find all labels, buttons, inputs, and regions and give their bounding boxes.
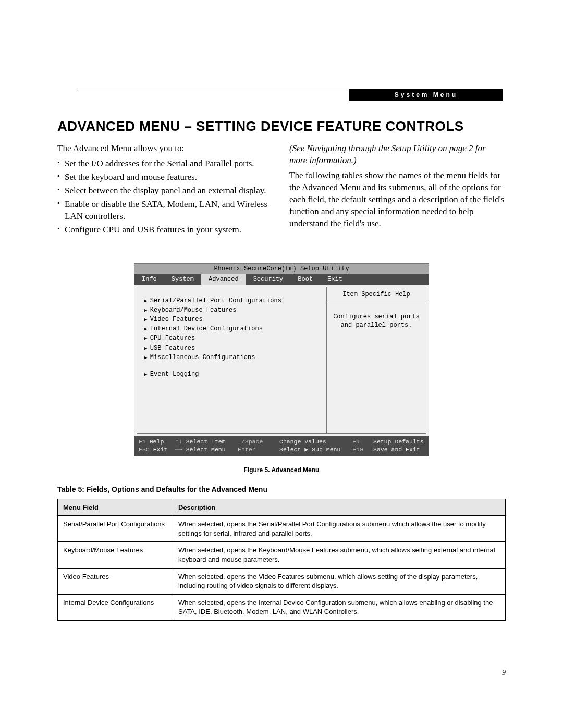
cell-field: Serial/Parallel Port Configurations bbox=[58, 516, 173, 542]
cell-field: Internal Device Configurations bbox=[58, 594, 173, 620]
bios-key-label: Select Item bbox=[186, 438, 226, 445]
cell-desc: When selected, opens the Keyboard/Mouse … bbox=[173, 542, 506, 568]
cell-desc: When selected, opens the Video Features … bbox=[173, 568, 506, 594]
bios-submenu-item: Keyboard/Mouse Features bbox=[144, 306, 321, 314]
page-number: 9 bbox=[502, 668, 506, 678]
bios-key-label: Exit bbox=[153, 446, 168, 453]
bios-key: -/Space bbox=[238, 438, 279, 446]
bios-key: ↑↓ bbox=[175, 438, 182, 445]
bios-key: F10 bbox=[352, 446, 373, 454]
bios-key-label: Select Menu bbox=[186, 446, 226, 453]
cell-desc: When selected, opens the Internal Device… bbox=[173, 594, 506, 620]
bios-key: ESC bbox=[139, 446, 150, 453]
tables-description-para: The following tables show the names of t… bbox=[289, 170, 506, 230]
bios-key-label: Setup Defaults bbox=[373, 438, 424, 446]
th-menu-field: Menu Field bbox=[58, 499, 173, 516]
feature-bullet-list: Set the I/O addresses for the Serial and… bbox=[57, 158, 274, 236]
bios-submenu-item: CPU Features bbox=[144, 334, 321, 342]
bios-submenu-item: Internal Device Configurations bbox=[144, 325, 321, 333]
bullet-item: Set the keyboard and mouse features. bbox=[57, 171, 274, 183]
bios-help-text: Configures serial ports and parallel por… bbox=[327, 313, 426, 329]
bios-key-label: Help bbox=[150, 438, 164, 445]
bios-screenshot: Phoenix SecureCore(tm) Setup Utility Inf… bbox=[134, 263, 429, 456]
section-title: ADVANCED MENU – SETTING DEVICE FEATURE C… bbox=[57, 117, 506, 135]
bios-tab-exit: Exit bbox=[320, 274, 350, 285]
table-caption: Table 5: Fields, Options and Defaults fo… bbox=[57, 485, 506, 495]
bios-submenu-pane: Serial/Parallel Port Configurations Keyb… bbox=[137, 287, 327, 434]
bullet-item: Set the I/O addresses for the Serial and… bbox=[57, 158, 274, 170]
bullet-item: Select between the display panel and an … bbox=[57, 185, 274, 197]
bios-key: F9 bbox=[352, 438, 373, 446]
bios-submenu-item: Serial/Parallel Port Configurations bbox=[144, 297, 321, 305]
bios-key: Enter bbox=[238, 446, 279, 454]
table-row: Video Features When selected, opens the … bbox=[58, 568, 506, 594]
bios-tab-bar: Info System Advanced Security Boot Exit bbox=[134, 274, 429, 285]
bios-submenu-item: Event Logging bbox=[144, 370, 321, 378]
bios-key-label: Save and Exit bbox=[373, 446, 420, 454]
cell-desc: When selected, opens the Serial/Parallel… bbox=[173, 516, 506, 542]
table-row: Serial/Parallel Port Configurations When… bbox=[58, 516, 506, 542]
table-row: Internal Device Configurations When sele… bbox=[58, 594, 506, 620]
bios-submenu-item: USB Features bbox=[144, 344, 321, 352]
bios-submenu-item: Miscellaneous Configurations bbox=[144, 353, 321, 362]
header-section-label: System Menu bbox=[349, 89, 503, 101]
options-table: Menu Field Description Serial/Parallel P… bbox=[57, 499, 506, 621]
bios-key: F1 bbox=[139, 438, 146, 445]
bios-key: ←→ bbox=[175, 446, 182, 453]
bios-tab-info: Info bbox=[134, 274, 164, 285]
bios-help-pane: Item Specific Help Configures serial por… bbox=[327, 287, 426, 434]
figure-caption: Figure 5. Advanced Menu bbox=[57, 466, 506, 474]
see-navigating-note: (See Navigating through the Setup Utilit… bbox=[289, 143, 506, 167]
cell-field: Video Features bbox=[58, 568, 173, 594]
bios-tab-advanced: Advanced bbox=[201, 274, 246, 285]
bios-tab-boot: Boot bbox=[290, 274, 320, 285]
th-description: Description bbox=[173, 499, 506, 516]
bullet-item: Configure CPU and USB features in your s… bbox=[57, 224, 274, 236]
table-row: Keyboard/Mouse Features When selected, o… bbox=[58, 542, 506, 568]
cell-field: Keyboard/Mouse Features bbox=[58, 542, 173, 568]
bios-key-label: Change Values bbox=[279, 438, 352, 446]
bios-tab-system: System bbox=[164, 274, 201, 285]
intro-line: The Advanced Menu allows you to: bbox=[57, 143, 274, 155]
bios-footer: F1 Help ↑↓ Select Item -/Space Change Va… bbox=[134, 436, 429, 456]
bios-help-heading: Item Specific Help bbox=[327, 290, 426, 302]
bios-title: Phoenix SecureCore(tm) Setup Utility bbox=[134, 264, 429, 274]
bios-submenu-item: Video Features bbox=[144, 315, 321, 324]
bios-tab-security: Security bbox=[246, 274, 291, 285]
bullet-item: Enable or disable the SATA, Modem, LAN, … bbox=[57, 199, 274, 223]
bios-key-label: Select ▶ Sub-Menu bbox=[279, 446, 352, 454]
